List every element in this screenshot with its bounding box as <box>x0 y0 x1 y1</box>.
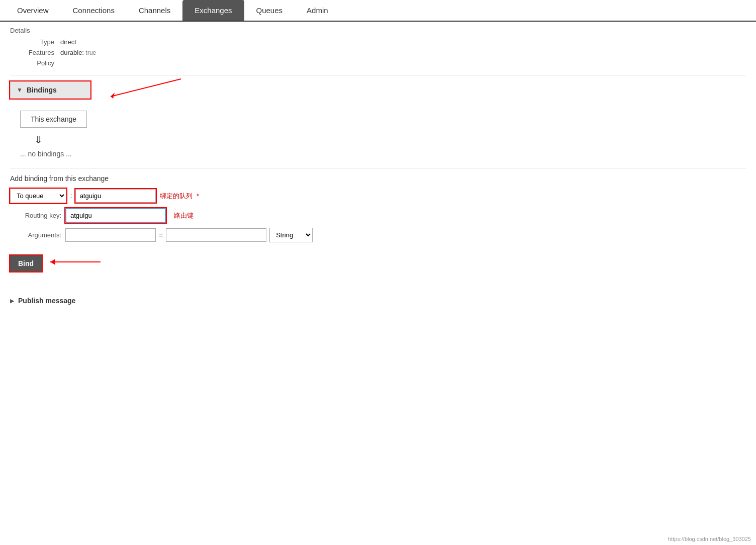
arguments-label: Arguments: <box>10 231 65 239</box>
bindings-collapse-arrow: ▼ <box>17 86 23 94</box>
durable-true: true <box>86 49 97 56</box>
to-queue-row: To queue To exchange : 绑定的队列 * <box>10 189 746 203</box>
no-bindings-text: ... no bindings ... <box>20 150 746 158</box>
arguments-row: Arguments: = String Number Boolean <box>10 228 746 242</box>
routing-hint: 路由键 <box>174 211 194 220</box>
svg-line-0 <box>111 79 181 97</box>
details-features-row: Features durable: true <box>10 49 746 56</box>
divider <box>10 75 746 75</box>
publish-title: Publish message <box>18 297 75 305</box>
queue-input-wrapper <box>75 189 156 203</box>
bindings-header[interactable]: ▼ Bindings <box>10 81 90 99</box>
svg-marker-3 <box>50 259 55 265</box>
nav-overview[interactable]: Overview <box>5 0 61 21</box>
routing-key-label: Routing key: <box>10 212 65 219</box>
arg-type-select[interactable]: String Number Boolean <box>269 228 313 242</box>
nav-exchanges[interactable]: Exchanges <box>182 0 244 21</box>
nav-queues[interactable]: Queues <box>244 0 295 21</box>
colon-separator: : <box>70 192 72 200</box>
queue-name-input[interactable] <box>75 189 156 203</box>
add-binding-title: Add binding from this exchange <box>10 174 746 183</box>
this-exchange-box: This exchange <box>20 111 87 128</box>
features-label: Features <box>10 49 60 56</box>
details-type-row: Type direct <box>10 38 746 46</box>
features-value: durable: true <box>60 49 96 56</box>
equals-sign: = <box>159 231 163 239</box>
queue-hint: 绑定的队列 <box>160 192 193 201</box>
policy-label: Policy <box>10 59 60 67</box>
nav-bar: Overview Connections Channels Exchanges … <box>0 0 756 22</box>
type-label: Type <box>10 38 60 46</box>
required-star: * <box>197 192 199 200</box>
durable-label: durable: <box>60 49 84 56</box>
bind-button[interactable]: Bind <box>10 255 42 271</box>
bindings-title: Bindings <box>27 86 57 94</box>
publish-section[interactable]: ▶ Publish message <box>10 297 746 305</box>
nav-admin[interactable]: Admin <box>295 0 340 21</box>
details-section-title: Details <box>10 27 746 34</box>
main-content: Details Type direct Features durable: tr… <box>0 22 756 310</box>
down-arrow: ⇓ <box>34 134 746 146</box>
details-policy-row: Policy <box>10 59 746 67</box>
to-queue-selector-wrapper: To queue To exchange <box>10 189 66 203</box>
type-value: direct <box>60 38 76 46</box>
arg-value-input[interactable] <box>166 228 266 242</box>
add-binding-section: Add binding from this exchange To queue … <box>10 168 746 282</box>
to-queue-select[interactable]: To queue To exchange <box>10 189 66 203</box>
svg-marker-1 <box>111 93 115 99</box>
nav-channels[interactable]: Channels <box>127 0 182 21</box>
details-table: Type direct Features durable: true Polic… <box>10 38 746 67</box>
routing-key-wrapper <box>65 208 166 223</box>
nav-connections[interactable]: Connections <box>61 0 127 21</box>
publish-collapse-arrow: ▶ <box>10 298 14 304</box>
bind-button-wrapper: Bind <box>10 255 42 271</box>
arg-key-input[interactable] <box>65 228 156 242</box>
routing-key-row: Routing key: 路由键 <box>10 208 746 223</box>
routing-key-input[interactable] <box>65 208 166 223</box>
